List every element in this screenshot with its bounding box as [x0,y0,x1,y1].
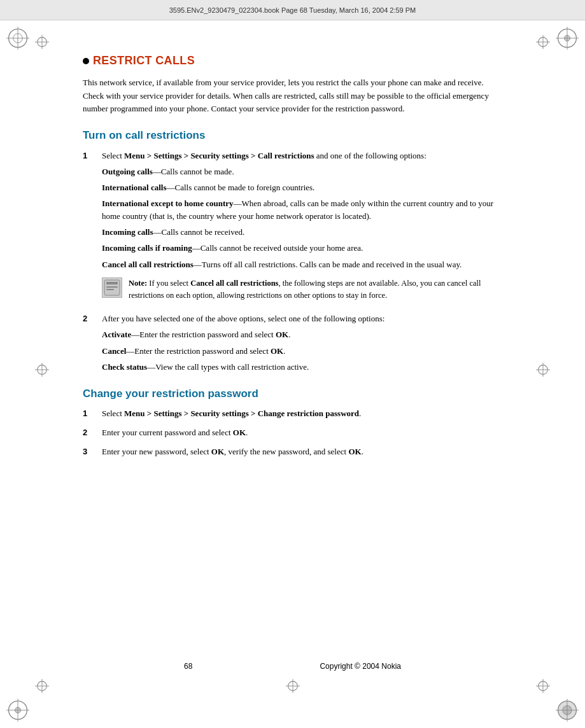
turn-on-steps: 1 Select Menu > Settings > Security sett… [83,150,502,377]
change-step-1: 1 Select Menu > Settings > Security sett… [83,407,502,421]
step-2-content: After you have selected one of the above… [102,312,502,377]
intro-text: This network service, if available from … [83,76,502,116]
change-step-3: 3 Enter your new password, select OK, ve… [83,445,502,459]
page-container: 3595.ENv2_9230479_022304.book Page 68 Tu… [0,0,585,728]
change-step-2-content: Enter your current password and select O… [102,426,502,440]
change-step-1-number: 1 [83,407,94,420]
change-step-3-content: Enter your new password, select OK, veri… [102,445,502,459]
corner-marker-bl [6,699,29,722]
corner-marker-tr [556,27,579,50]
footer: 68 Copyright © 2004 Nokia [0,662,585,671]
change-step-3-text: Enter your new password, select OK, veri… [102,445,502,458]
svg-rect-39 [106,286,118,288]
crosshair-bc [286,679,300,693]
change-step-3-number: 3 [83,445,94,458]
main-content: RESTRICT CALLS This network service, if … [83,52,502,460]
note-text: Note: If you select Cancel all call rest… [129,277,502,302]
bullet-icon [83,58,89,64]
header-text: 3595.ENv2_9230479_022304.book Page 68 Tu… [169,6,416,14]
change-step-2-number: 2 [83,426,94,439]
step-1-text: Select Menu > Settings > Security settin… [102,150,502,162]
option-check-status: Check status—View the call types with ca… [102,361,502,374]
crosshair-mr [536,363,550,377]
corner-marker-br [556,699,579,722]
corner-marker-tl [6,27,29,50]
option-international-home: International except to home country—Whe… [102,197,502,223]
option-incoming-roaming: Incoming calls if roaming—Calls cannot b… [102,242,502,255]
svg-rect-38 [106,282,118,284]
step-1: 1 Select Menu > Settings > Security sett… [83,150,502,308]
step-2-text: After you have selected one of the above… [102,312,502,325]
note-box: Note: If you select Cancel all call rest… [102,277,502,302]
option-incoming: Incoming calls—Calls cannot be received. [102,226,502,239]
change-password-steps: 1 Select Menu > Settings > Security sett… [83,407,502,459]
section-title-row: RESTRICT CALLS [83,52,502,70]
change-step-1-content: Select Menu > Settings > Security settin… [102,407,502,421]
change-step-2-text: Enter your current password and select O… [102,426,502,439]
step-1-content: Select Menu > Settings > Security settin… [102,150,502,308]
step-2-number: 2 [83,312,94,325]
step-2: 2 After you have selected one of the abo… [83,312,502,377]
section-heading: RESTRICT CALLS [93,52,195,70]
option-cancel-all: Cancel all call restrictions—Turns off a… [102,258,502,271]
change-password-heading: Change your restriction password [83,386,502,402]
change-step-1-text: Select Menu > Settings > Security settin… [102,407,502,420]
option-international: International calls—Calls cannot be made… [102,181,502,194]
crosshair-br [536,679,550,693]
note-icon [102,277,122,298]
crosshair-ml [35,363,49,377]
svg-rect-40 [106,289,114,290]
header-bar: 3595.ENv2_9230479_022304.book Page 68 Tu… [0,0,585,20]
option-activate: Activate—Enter the restriction password … [102,328,502,341]
footer-page-number: 68 [184,662,192,671]
crosshair-bl [35,679,49,693]
crosshair-tl [35,35,49,49]
step-1-number: 1 [83,150,94,162]
turn-on-heading: Turn on call restrictions [83,127,502,144]
crosshair-tr [536,35,550,49]
option-outgoing: Outgoing calls—Calls cannot be made. [102,165,502,178]
option-cancel: Cancel—Enter the restriction password an… [102,345,502,358]
footer-copyright: Copyright © 2004 Nokia [320,662,401,671]
change-step-2: 2 Enter your current password and select… [83,426,502,440]
